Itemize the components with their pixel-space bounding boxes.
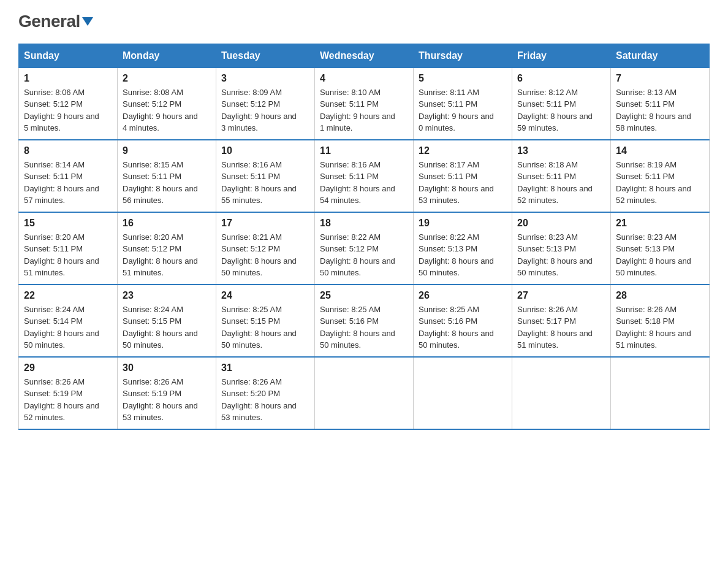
day-number: 17: [221, 218, 309, 229]
day-number: 22: [24, 290, 112, 301]
day-number: 9: [123, 145, 211, 156]
calendar-week-row: 22 Sunrise: 8:24 AM Sunset: 5:14 PM Dayl…: [19, 285, 710, 357]
calendar-cell: 30 Sunrise: 8:26 AM Sunset: 5:19 PM Dayl…: [118, 357, 216, 429]
day-info: Sunrise: 8:23 AM Sunset: 5:13 PM Dayligh…: [517, 231, 605, 279]
calendar-cell: 15 Sunrise: 8:20 AM Sunset: 5:11 PM Dayl…: [19, 212, 118, 285]
calendar-week-row: 29 Sunrise: 8:26 AM Sunset: 5:19 PM Dayl…: [19, 357, 710, 429]
calendar-cell: 24 Sunrise: 8:25 AM Sunset: 5:15 PM Dayl…: [216, 285, 315, 357]
day-info: Sunrise: 8:09 AM Sunset: 5:12 PM Dayligh…: [221, 86, 309, 134]
day-info: Sunrise: 8:12 AM Sunset: 5:11 PM Dayligh…: [517, 86, 605, 134]
calendar-cell: [611, 357, 710, 429]
calendar-cell: 11 Sunrise: 8:16 AM Sunset: 5:11 PM Dayl…: [315, 140, 414, 212]
day-number: 28: [616, 290, 704, 301]
day-number: 23: [123, 290, 211, 301]
calendar-cell: 16 Sunrise: 8:20 AM Sunset: 5:12 PM Dayl…: [118, 212, 216, 285]
day-info: Sunrise: 8:10 AM Sunset: 5:11 PM Dayligh…: [320, 86, 408, 134]
col-header-sunday: Sunday: [19, 44, 118, 67]
calendar-cell: [315, 357, 414, 429]
day-info: Sunrise: 8:19 AM Sunset: 5:11 PM Dayligh…: [616, 159, 704, 207]
day-number: 8: [24, 145, 112, 156]
calendar-cell: 1 Sunrise: 8:06 AM Sunset: 5:12 PM Dayli…: [19, 67, 118, 140]
calendar-week-row: 1 Sunrise: 8:06 AM Sunset: 5:12 PM Dayli…: [19, 67, 710, 140]
calendar-cell: [414, 357, 512, 429]
day-number: 21: [616, 218, 704, 229]
day-info: Sunrise: 8:06 AM Sunset: 5:12 PM Dayligh…: [24, 86, 112, 134]
day-info: Sunrise: 8:16 AM Sunset: 5:11 PM Dayligh…: [221, 159, 309, 207]
day-number: 27: [517, 290, 605, 301]
calendar-cell: 26 Sunrise: 8:25 AM Sunset: 5:16 PM Dayl…: [414, 285, 512, 357]
day-info: Sunrise: 8:08 AM Sunset: 5:12 PM Dayligh…: [123, 86, 211, 134]
calendar-table: SundayMondayTuesdayWednesdayThursdayFrid…: [18, 44, 710, 430]
day-info: Sunrise: 8:26 AM Sunset: 5:18 PM Dayligh…: [616, 304, 704, 351]
day-info: Sunrise: 8:18 AM Sunset: 5:11 PM Dayligh…: [517, 159, 605, 207]
logo: General: [18, 12, 93, 31]
day-number: 24: [221, 290, 309, 301]
day-number: 6: [517, 73, 605, 84]
day-number: 15: [24, 218, 112, 229]
day-number: 26: [419, 290, 507, 301]
day-info: Sunrise: 8:25 AM Sunset: 5:16 PM Dayligh…: [320, 304, 408, 351]
calendar-cell: 9 Sunrise: 8:15 AM Sunset: 5:11 PM Dayli…: [118, 140, 216, 212]
calendar-cell: 3 Sunrise: 8:09 AM Sunset: 5:12 PM Dayli…: [216, 67, 315, 140]
calendar-cell: 10 Sunrise: 8:16 AM Sunset: 5:11 PM Dayl…: [216, 140, 315, 212]
calendar-cell: 8 Sunrise: 8:14 AM Sunset: 5:11 PM Dayli…: [19, 140, 118, 212]
calendar-cell: 6 Sunrise: 8:12 AM Sunset: 5:11 PM Dayli…: [512, 67, 611, 140]
day-number: 30: [123, 362, 211, 373]
day-info: Sunrise: 8:21 AM Sunset: 5:12 PM Dayligh…: [221, 231, 309, 279]
day-number: 29: [24, 362, 112, 373]
col-header-saturday: Saturday: [611, 44, 710, 67]
day-info: Sunrise: 8:22 AM Sunset: 5:13 PM Dayligh…: [419, 231, 507, 279]
day-info: Sunrise: 8:16 AM Sunset: 5:11 PM Dayligh…: [320, 159, 408, 207]
calendar-cell: 12 Sunrise: 8:17 AM Sunset: 5:11 PM Dayl…: [414, 140, 512, 212]
calendar-cell: 25 Sunrise: 8:25 AM Sunset: 5:16 PM Dayl…: [315, 285, 414, 357]
col-header-wednesday: Wednesday: [315, 44, 414, 67]
calendar-week-row: 15 Sunrise: 8:20 AM Sunset: 5:11 PM Dayl…: [19, 212, 710, 285]
page-header: General: [18, 12, 710, 31]
day-info: Sunrise: 8:17 AM Sunset: 5:11 PM Dayligh…: [419, 159, 507, 207]
calendar-week-row: 8 Sunrise: 8:14 AM Sunset: 5:11 PM Dayli…: [19, 140, 710, 212]
day-info: Sunrise: 8:15 AM Sunset: 5:11 PM Dayligh…: [123, 159, 211, 207]
day-number: 13: [517, 145, 605, 156]
day-info: Sunrise: 8:25 AM Sunset: 5:15 PM Dayligh…: [221, 304, 309, 351]
calendar-cell: [512, 357, 611, 429]
day-number: 10: [221, 145, 309, 156]
day-number: 2: [123, 73, 211, 84]
day-info: Sunrise: 8:26 AM Sunset: 5:19 PM Dayligh…: [123, 376, 211, 424]
day-number: 5: [419, 73, 507, 84]
day-info: Sunrise: 8:11 AM Sunset: 5:11 PM Dayligh…: [419, 86, 507, 134]
day-info: Sunrise: 8:26 AM Sunset: 5:19 PM Dayligh…: [24, 376, 112, 424]
calendar-cell: 19 Sunrise: 8:22 AM Sunset: 5:13 PM Dayl…: [414, 212, 512, 285]
day-number: 19: [419, 218, 507, 229]
day-number: 1: [24, 73, 112, 84]
calendar-cell: 31 Sunrise: 8:26 AM Sunset: 5:20 PM Dayl…: [216, 357, 315, 429]
calendar-cell: 18 Sunrise: 8:22 AM Sunset: 5:12 PM Dayl…: [315, 212, 414, 285]
calendar-cell: 13 Sunrise: 8:18 AM Sunset: 5:11 PM Dayl…: [512, 140, 611, 212]
col-header-tuesday: Tuesday: [216, 44, 315, 67]
calendar-cell: 20 Sunrise: 8:23 AM Sunset: 5:13 PM Dayl…: [512, 212, 611, 285]
day-info: Sunrise: 8:13 AM Sunset: 5:11 PM Dayligh…: [616, 86, 704, 134]
col-header-thursday: Thursday: [414, 44, 512, 67]
day-number: 25: [320, 290, 408, 301]
day-number: 20: [517, 218, 605, 229]
calendar-cell: 4 Sunrise: 8:10 AM Sunset: 5:11 PM Dayli…: [315, 67, 414, 140]
day-number: 31: [221, 362, 309, 373]
day-info: Sunrise: 8:14 AM Sunset: 5:11 PM Dayligh…: [24, 159, 112, 207]
day-number: 3: [221, 73, 309, 84]
calendar-cell: 5 Sunrise: 8:11 AM Sunset: 5:11 PM Dayli…: [414, 67, 512, 140]
day-number: 11: [320, 145, 408, 156]
day-number: 12: [419, 145, 507, 156]
day-info: Sunrise: 8:26 AM Sunset: 5:20 PM Dayligh…: [221, 376, 309, 424]
day-info: Sunrise: 8:25 AM Sunset: 5:16 PM Dayligh…: [419, 304, 507, 351]
col-header-friday: Friday: [512, 44, 611, 67]
logo-line1: General: [18, 12, 93, 31]
calendar-cell: 2 Sunrise: 8:08 AM Sunset: 5:12 PM Dayli…: [118, 67, 216, 140]
day-info: Sunrise: 8:24 AM Sunset: 5:14 PM Dayligh…: [24, 304, 112, 351]
calendar-cell: 14 Sunrise: 8:19 AM Sunset: 5:11 PM Dayl…: [611, 140, 710, 212]
day-info: Sunrise: 8:22 AM Sunset: 5:12 PM Dayligh…: [320, 231, 408, 279]
day-number: 4: [320, 73, 408, 84]
day-info: Sunrise: 8:20 AM Sunset: 5:11 PM Dayligh…: [24, 231, 112, 279]
day-info: Sunrise: 8:26 AM Sunset: 5:17 PM Dayligh…: [517, 304, 605, 351]
calendar-cell: 29 Sunrise: 8:26 AM Sunset: 5:19 PM Dayl…: [19, 357, 118, 429]
day-info: Sunrise: 8:23 AM Sunset: 5:13 PM Dayligh…: [616, 231, 704, 279]
calendar-cell: 7 Sunrise: 8:13 AM Sunset: 5:11 PM Dayli…: [611, 67, 710, 140]
